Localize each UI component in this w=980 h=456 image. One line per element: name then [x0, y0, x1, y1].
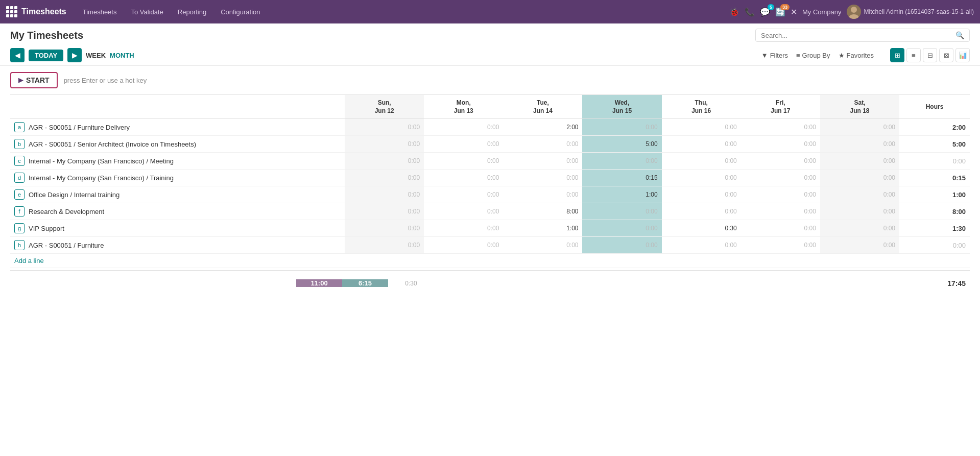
- add-line-cell[interactable]: Add a line: [10, 254, 970, 268]
- task-cell[interactable]: aAGR - S00051 / Furniture Delivery: [10, 119, 345, 136]
- mon-cell[interactable]: 0:00: [424, 237, 503, 254]
- mon-cell[interactable]: 0:00: [424, 136, 503, 153]
- start-button[interactable]: ▶ START: [10, 72, 58, 88]
- view-list[interactable]: ≡: [906, 48, 921, 62]
- tue-cell[interactable]: 2:00: [503, 119, 582, 136]
- menu-configuration[interactable]: Configuration: [214, 5, 266, 19]
- prev-button[interactable]: ◀: [10, 48, 25, 62]
- task-cell[interactable]: dInternal - My Company (San Francisco) /…: [10, 170, 345, 186]
- thu-cell[interactable]: 0:00: [662, 170, 741, 186]
- fri-cell[interactable]: 0:00: [741, 153, 820, 170]
- menu-reporting[interactable]: Reporting: [172, 5, 212, 19]
- wed-cell[interactable]: 0:00: [582, 153, 661, 170]
- sun-cell[interactable]: 0:00: [345, 136, 424, 153]
- groupby-label: Group By: [802, 52, 830, 59]
- fri-cell[interactable]: 0:00: [741, 203, 820, 220]
- mon-cell[interactable]: 0:00: [424, 170, 503, 186]
- tue-cell[interactable]: 0:00: [503, 153, 582, 170]
- search-input[interactable]: [761, 32, 955, 39]
- tue-cell[interactable]: 0:00: [503, 170, 582, 186]
- sat-cell[interactable]: 0:00: [820, 237, 899, 254]
- menu-timesheets[interactable]: Timesheets: [77, 5, 123, 19]
- sun-cell[interactable]: 0:00: [345, 186, 424, 203]
- sat-cell[interactable]: 0:00: [820, 136, 899, 153]
- favorites-button[interactable]: ★ Favorites: [839, 52, 874, 59]
- month-label[interactable]: MONTH: [110, 52, 134, 59]
- thu-cell[interactable]: 0:00: [662, 237, 741, 254]
- fri-cell[interactable]: 0:00: [741, 119, 820, 136]
- add-line-row[interactable]: Add a line: [10, 254, 970, 268]
- thu-cell[interactable]: 0:00: [662, 203, 741, 220]
- fri-cell[interactable]: 0:00: [741, 220, 820, 237]
- chat-icon[interactable]: 💬 5: [760, 7, 770, 17]
- mon-cell[interactable]: 0:00: [424, 119, 503, 136]
- wed-cell[interactable]: 0:00: [582, 237, 661, 254]
- activity-icon[interactable]: 🔄 33: [775, 7, 785, 17]
- sun-cell[interactable]: 0:00: [345, 153, 424, 170]
- sat-cell[interactable]: 0:00: [820, 220, 899, 237]
- task-cell[interactable]: gVIP Support: [10, 220, 345, 237]
- close-icon[interactable]: ✕: [791, 7, 797, 17]
- user-profile[interactable]: Mitchell Admin (16514037-saas-15-1-all): [847, 5, 974, 19]
- filters-button[interactable]: ▼ Filters: [761, 52, 788, 59]
- wed-cell[interactable]: 0:00: [582, 203, 661, 220]
- today-button[interactable]: TODAY: [29, 50, 63, 61]
- bug-icon[interactable]: 🐞: [729, 7, 739, 17]
- sun-cell[interactable]: 0:00: [345, 237, 424, 254]
- wed-cell[interactable]: 5:00: [582, 136, 661, 153]
- mon-cell[interactable]: 0:00: [424, 186, 503, 203]
- sat-cell[interactable]: 0:00: [820, 170, 899, 186]
- view-grid[interactable]: ⊞: [890, 48, 904, 62]
- sun-cell[interactable]: 0:00: [345, 119, 424, 136]
- groupby-button[interactable]: ≡ Group By: [796, 52, 830, 59]
- task-cell[interactable]: fResearch & Development: [10, 203, 345, 220]
- tue-cell[interactable]: 0:00: [503, 186, 582, 203]
- task-cell[interactable]: bAGR - S00051 / Senior Architect (Invoic…: [10, 136, 345, 153]
- tue-cell[interactable]: 1:00: [503, 220, 582, 237]
- week-label: WEEK: [86, 52, 106, 59]
- sun-cell[interactable]: 0:00: [345, 170, 424, 186]
- thu-cell[interactable]: 0:00: [662, 153, 741, 170]
- hours-cell: 0:15: [899, 170, 970, 186]
- fri-cell[interactable]: 0:00: [741, 186, 820, 203]
- wed-cell[interactable]: 0:15: [582, 170, 661, 186]
- sat-cell[interactable]: 0:00: [820, 119, 899, 136]
- next-button[interactable]: ▶: [67, 48, 82, 62]
- tue-cell[interactable]: 0:00: [503, 136, 582, 153]
- mon-cell[interactable]: 0:00: [424, 203, 503, 220]
- groupby-icon: ≡: [796, 52, 800, 59]
- view-chart[interactable]: 📊: [955, 48, 970, 62]
- thu-cell[interactable]: 0:00: [662, 186, 741, 203]
- wed-cell[interactable]: 0:00: [582, 220, 661, 237]
- hours-cell: 0:00: [899, 237, 970, 254]
- task-cell[interactable]: cInternal - My Company (San Francisco) /…: [10, 153, 345, 170]
- filter-icon: ▼: [761, 52, 768, 59]
- fri-cell[interactable]: 0:00: [741, 136, 820, 153]
- sun-cell[interactable]: 0:00: [345, 220, 424, 237]
- thu-cell[interactable]: 0:00: [662, 119, 741, 136]
- tue-cell[interactable]: 8:00: [503, 203, 582, 220]
- view-kanban[interactable]: ⊟: [923, 48, 937, 62]
- add-line-button[interactable]: Add a line: [14, 253, 44, 269]
- phone-icon[interactable]: 📞: [745, 7, 755, 17]
- fri-cell[interactable]: 0:00: [741, 237, 820, 254]
- task-cell[interactable]: eOffice Design / Internal training: [10, 186, 345, 203]
- wed-cell[interactable]: 0:00: [582, 119, 661, 136]
- favorites-icon: ★: [839, 52, 845, 59]
- search-bar[interactable]: 🔍: [755, 29, 970, 42]
- tue-cell[interactable]: 0:00: [503, 237, 582, 254]
- sun-cell[interactable]: 0:00: [345, 203, 424, 220]
- wed-cell[interactable]: 1:00: [582, 186, 661, 203]
- app-logo[interactable]: Timesheets: [6, 6, 66, 17]
- task-cell[interactable]: hAGR - S00051 / Furniture: [10, 237, 345, 254]
- mon-cell[interactable]: 0:00: [424, 153, 503, 170]
- mon-cell[interactable]: 0:00: [424, 220, 503, 237]
- thu-cell[interactable]: 0:30: [662, 220, 741, 237]
- sat-cell[interactable]: 0:00: [820, 153, 899, 170]
- sat-cell[interactable]: 0:00: [820, 186, 899, 203]
- thu-cell[interactable]: 0:00: [662, 136, 741, 153]
- menu-to-validate[interactable]: To Validate: [125, 5, 169, 19]
- sat-cell[interactable]: 0:00: [820, 203, 899, 220]
- view-pivot[interactable]: ⊠: [939, 48, 953, 62]
- fri-cell[interactable]: 0:00: [741, 170, 820, 186]
